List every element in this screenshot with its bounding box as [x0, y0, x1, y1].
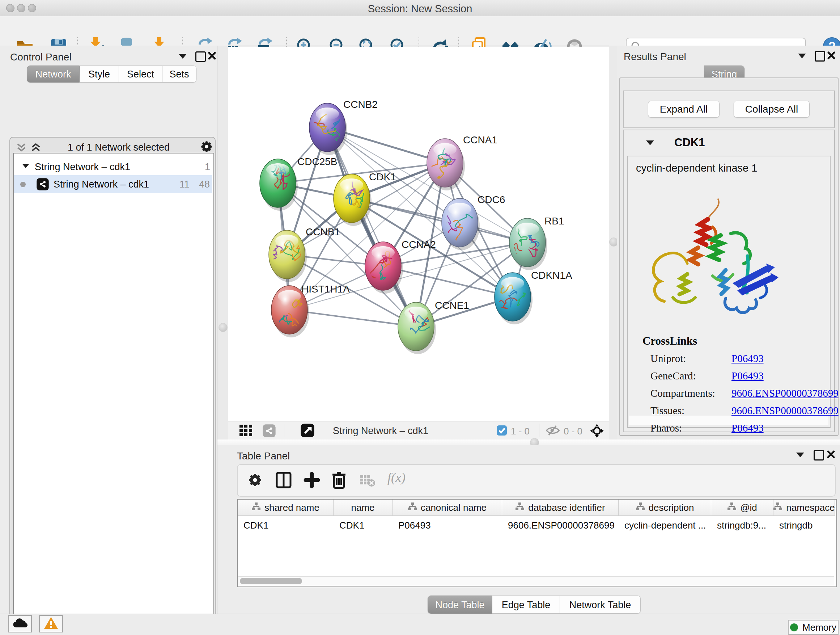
control-panel-float-icon[interactable] — [195, 51, 206, 62]
network-collection-row[interactable]: String Network – cdk1 1 — [14, 158, 212, 175]
collection-expand-icon[interactable] — [22, 164, 29, 168]
table-panel-float-icon[interactable] — [813, 450, 824, 461]
window-title: Session: New Session — [0, 3, 840, 15]
column-header--id[interactable]: @id — [711, 500, 774, 516]
results-panel-title: Results Panel — [624, 51, 686, 63]
memory-button[interactable]: Memory — [788, 620, 838, 635]
add-column-icon[interactable] — [303, 471, 320, 490]
node-column-icon — [727, 502, 737, 513]
memory-status-dot-icon — [790, 624, 798, 631]
protein-structure-image[interactable] — [644, 193, 789, 318]
node-RB1[interactable]: RB1 — [508, 215, 564, 270]
node-label-RB1: RB1 — [545, 215, 564, 226]
node-CCNE1[interactable]: CCNE1 — [398, 300, 469, 354]
crosslink-label: Uniprot: — [651, 353, 686, 364]
node-column-icon — [636, 502, 645, 513]
column-header-shared-name[interactable]: shared name — [238, 500, 333, 516]
results-panel-close-icon[interactable] — [827, 51, 836, 61]
control-panel-menu-icon[interactable] — [179, 54, 187, 59]
tab-network[interactable]: Network — [27, 65, 80, 82]
crosslink-label: Tissues: — [651, 405, 684, 417]
crosslink-value-link[interactable]: 9606.ENSP00000378699 — [731, 387, 838, 399]
table-cell[interactable]: stringdb:9... — [711, 517, 774, 534]
title-bar[interactable]: Session: New Session — [0, 0, 840, 16]
node-layer: CCNB2CCNA1CDC25BCDK1CDC6RB1CCNB1CCNA2CDK… — [260, 99, 572, 354]
protein-detail-box: cyclin-dependent kinase 1 CrossLinks Uni… — [627, 156, 831, 428]
crosslink-value-link[interactable]: P06493 — [731, 353, 764, 364]
node-table: shared namenamecanonical namedatabase id… — [237, 499, 837, 587]
column-header-namespace[interactable]: namespace — [774, 500, 835, 516]
function-builder-icon: f(x) — [387, 470, 406, 485]
table-cell[interactable]: CDK1 — [333, 517, 393, 534]
expand-all-networks-icon[interactable] — [31, 143, 41, 154]
network-row-selected[interactable]: String Network – cdk1 11 48 — [14, 175, 212, 193]
control-panel-close-icon[interactable] — [208, 51, 216, 62]
node-CDC6[interactable]: CDC6 — [434, 194, 505, 250]
table-panel-menu-icon[interactable] — [796, 453, 804, 457]
table-cell[interactable]: CDK1 — [238, 517, 333, 534]
column-header-database-identifier[interactable]: database identifier — [502, 500, 619, 516]
network-canvas[interactable]: CCNB2CCNA1CDC25BCDK1CDC6RB1CCNB1CCNA2CDK… — [228, 47, 609, 421]
column-header-canonical-name[interactable]: canonical name — [393, 500, 502, 516]
edge-CCNB2-CCNE1[interactable] — [327, 127, 416, 326]
protein-description: cyclin-dependent kinase 1 — [636, 162, 757, 174]
table-cell[interactable]: 9606.ENSP00000378699 — [502, 517, 619, 534]
tab-node-table[interactable]: Node Table — [428, 595, 493, 614]
table-panel: Table Panel f(x) shared namenamecanonica… — [218, 445, 840, 614]
left-splitter[interactable] — [218, 46, 228, 440]
delete-column-icon[interactable] — [331, 470, 347, 491]
tab-style[interactable]: Style — [80, 65, 119, 82]
table-horizontal-scrollbar[interactable] — [238, 576, 834, 585]
show-grid-icon[interactable] — [240, 424, 253, 439]
tab-edge-table[interactable]: Edge Table — [493, 595, 560, 614]
table-cell[interactable]: stringdb — [774, 517, 835, 534]
cloud-status-button[interactable] — [8, 615, 32, 632]
scrollbar-thumb[interactable] — [240, 578, 302, 584]
column-header-description[interactable]: description — [619, 500, 711, 516]
warnings-button[interactable] — [39, 615, 63, 632]
table-toolbar: f(x) — [237, 464, 836, 497]
table-settings-gear-icon[interactable] — [247, 472, 263, 489]
node-column-icon — [774, 502, 783, 513]
table-panel-close-icon[interactable] — [827, 450, 835, 460]
node-label-CDKN1A: CDKN1A — [531, 270, 572, 281]
node-CDKN1A[interactable]: CDKN1A — [494, 270, 572, 325]
show-columns-icon[interactable] — [275, 471, 292, 490]
tab-select[interactable]: Select — [119, 65, 163, 82]
status-bar: Memory — [0, 614, 840, 635]
results-panel-menu-icon[interactable] — [798, 54, 806, 58]
node-CCNB1[interactable]: CCNB1 — [269, 226, 340, 282]
delete-table-icon — [359, 474, 376, 489]
crosslinks-title: CrossLinks — [643, 334, 697, 348]
table-cell[interactable]: cyclin-dependent ... — [619, 517, 711, 534]
column-header-name[interactable]: name — [333, 500, 393, 516]
crosslink-value-link[interactable]: 9606.ENSP00000378699 — [731, 405, 838, 417]
current-network-dot-icon — [20, 182, 26, 187]
selected-checkbox-icon[interactable] — [496, 425, 507, 437]
detach-view-icon[interactable] — [300, 423, 315, 439]
network-type-icon — [36, 178, 49, 192]
tab-network-table[interactable]: Network Table — [560, 595, 641, 614]
results-panel-float-icon[interactable] — [815, 51, 825, 62]
right-splitter[interactable] — [609, 46, 618, 440]
collapse-all-networks-icon[interactable] — [17, 143, 26, 154]
table-cell[interactable]: P06493 — [393, 517, 502, 534]
collapse-all-button[interactable]: Collapse All — [734, 101, 810, 118]
selected-counts: 1 - 0 — [511, 426, 530, 437]
node-CCNB2[interactable]: CCNB2 — [309, 99, 378, 155]
hidden-eye-slash-icon — [546, 425, 560, 437]
main-toolbar: ? — [0, 16, 840, 46]
tab-sets[interactable]: Sets — [163, 65, 196, 82]
fit-selected-crosshair-icon[interactable] — [590, 424, 604, 440]
left-splitter-handle[interactable] — [218, 323, 227, 332]
protein-collapse-icon[interactable] — [646, 141, 654, 145]
network-overview-icon[interactable] — [262, 424, 276, 439]
node-HIST1H1A[interactable]: HIST1H1A — [271, 283, 350, 337]
node-label-CCNE1: CCNE1 — [435, 300, 469, 311]
node-CCNA1[interactable]: CCNA1 — [427, 134, 497, 190]
results-panel: Results Panel String Expand All Collapse… — [617, 46, 840, 440]
horizontal-splitter[interactable] — [218, 440, 840, 445]
crosslink-value-link[interactable]: P06493 — [731, 370, 764, 382]
crosslinks-scrollbar[interactable] — [629, 416, 829, 425]
expand-all-button[interactable]: Expand All — [648, 101, 720, 118]
